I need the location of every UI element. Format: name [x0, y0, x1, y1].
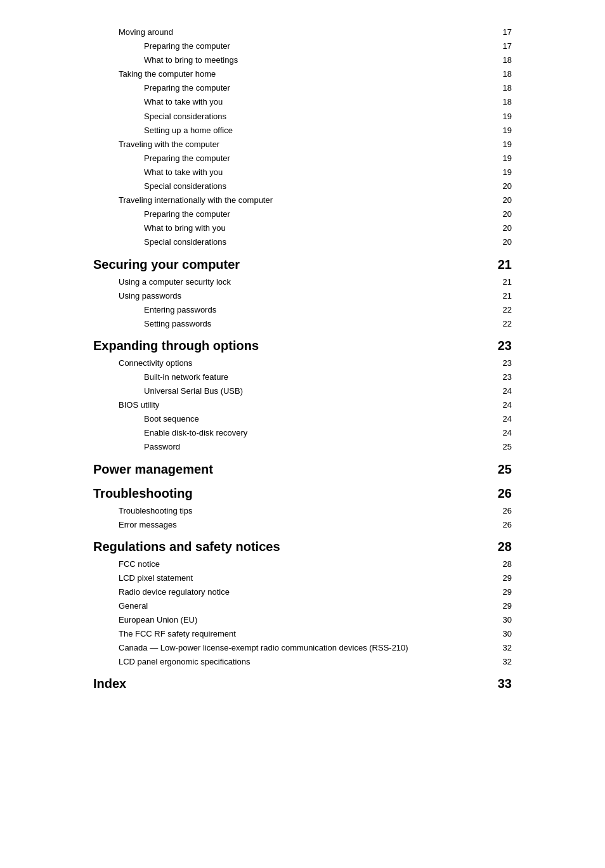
toc-label: Regulations and safety notices [93, 537, 493, 556]
page-number: 29 [493, 585, 512, 599]
toc-label: Power management [93, 460, 493, 479]
page-number: 26 [493, 504, 512, 518]
page-number: 29 [493, 599, 512, 613]
page-number: 21 [493, 275, 512, 289]
toc-label: What to bring with you [144, 221, 493, 235]
toc-row: Using a computer security lock21 [93, 275, 512, 289]
page-number: 21 [493, 255, 512, 274]
toc-row: Setting up a home office19 [93, 124, 512, 138]
page-number: 22 [493, 317, 512, 331]
toc-row: LCD pixel statement29 [93, 571, 512, 585]
page-number: 20 [493, 235, 512, 249]
page-number: 28 [493, 537, 512, 556]
toc-row: Setting passwords22 [93, 317, 512, 331]
toc-label: LCD panel ergonomic specifications [119, 655, 493, 669]
page-number: 29 [493, 571, 512, 585]
toc-label: Special considerations [144, 110, 493, 124]
toc-row: Special considerations20 [93, 235, 512, 249]
toc-row: Special considerations19 [93, 110, 512, 124]
toc-row: FCC notice28 [93, 557, 512, 571]
toc-row: Securing your computer21 [93, 255, 512, 274]
page-number: 19 [493, 165, 512, 179]
page-number: 30 [493, 627, 512, 641]
page-number: 26 [493, 518, 512, 532]
page-number: 19 [493, 110, 512, 124]
toc-row: Error messages26 [93, 518, 512, 532]
toc-label: Built-in network feature [144, 370, 493, 384]
toc-label: Taking the computer home [119, 67, 493, 81]
toc-label: Traveling internationally with the compu… [119, 193, 493, 207]
toc-row: Troubleshooting tips26 [93, 504, 512, 518]
toc-label: The FCC RF safety requirement [119, 627, 493, 641]
toc-row: The FCC RF safety requirement30 [93, 627, 512, 641]
toc-row: Preparing the computer17 [93, 39, 512, 53]
toc-label: Using passwords [119, 289, 493, 303]
toc-row: Index33 [93, 674, 512, 693]
toc-row: European Union (EU)30 [93, 613, 512, 627]
page-number: 17 [493, 39, 512, 53]
page-number: 20 [493, 193, 512, 207]
toc-label: Preparing the computer [144, 207, 493, 221]
page-number: 24 [493, 384, 512, 398]
toc-label: Preparing the computer [144, 152, 493, 165]
page-number: 20 [493, 179, 512, 193]
toc-label: Setting up a home office [144, 124, 493, 138]
page-number: 22 [493, 303, 512, 317]
toc-label: What to take with you [144, 95, 493, 109]
toc-row: What to take with you19 [93, 165, 512, 179]
page-number: 25 [493, 460, 512, 479]
page-number: 28 [493, 557, 512, 571]
toc-label: Universal Serial Bus (USB) [144, 384, 493, 398]
toc-label: Password [144, 440, 493, 454]
toc-label: Enable disk-to-disk recovery [144, 426, 493, 440]
toc-row: Traveling internationally with the compu… [93, 193, 512, 207]
toc-label: FCC notice [119, 557, 493, 571]
toc-row: Using passwords21 [93, 289, 512, 303]
page-number: 18 [493, 95, 512, 109]
toc-label: Special considerations [144, 235, 493, 249]
toc-row: Canada — Low-power license-exempt radio … [93, 641, 512, 655]
page-number: 23 [493, 336, 512, 355]
toc-label: Traveling with the computer [119, 138, 493, 152]
page-number: 20 [493, 221, 512, 235]
page-number: 17 [493, 25, 512, 39]
toc-row: Moving around17 [93, 25, 512, 39]
toc-label: Using a computer security lock [119, 275, 493, 289]
toc-row: Preparing the computer18 [93, 81, 512, 95]
toc-row: Radio device regulatory notice29 [93, 585, 512, 599]
toc-label: Securing your computer [93, 255, 493, 274]
toc-label: Preparing the computer [144, 39, 493, 53]
toc-label: Troubleshooting [93, 484, 493, 503]
toc-label: Radio device regulatory notice [119, 585, 493, 599]
toc-label: Error messages [119, 518, 493, 532]
page-number: 18 [493, 81, 512, 95]
page-number: 19 [493, 152, 512, 165]
toc-label: Preparing the computer [144, 81, 493, 95]
toc-row: Preparing the computer19 [93, 152, 512, 165]
toc-label: What to take with you [144, 165, 493, 179]
toc-label: BIOS utility [119, 398, 493, 412]
page-number: 18 [493, 53, 512, 67]
toc-row: Power management25 [93, 460, 512, 479]
toc-label: European Union (EU) [119, 613, 493, 627]
page-number: 24 [493, 426, 512, 440]
toc-label: LCD pixel statement [119, 571, 493, 585]
page-number: 18 [493, 67, 512, 81]
page-number: 26 [493, 484, 512, 503]
toc-row: Preparing the computer20 [93, 207, 512, 221]
page-number: 19 [493, 124, 512, 138]
toc-row: Entering passwords22 [93, 303, 512, 317]
page-number: 23 [493, 370, 512, 384]
toc-row: Enable disk-to-disk recovery24 [93, 426, 512, 440]
page-number: 33 [493, 674, 512, 693]
page-number: 20 [493, 207, 512, 221]
toc-label: Boot sequence [144, 412, 493, 426]
page-number: 25 [493, 440, 512, 454]
toc-label: Expanding through options [93, 336, 493, 355]
toc-label: Setting passwords [144, 317, 493, 331]
page-number: 32 [493, 641, 512, 655]
toc-label: Connectivity options [119, 356, 493, 370]
toc-label: What to bring to meetings [144, 53, 493, 67]
page-number: 24 [493, 398, 512, 412]
toc-row: LCD panel ergonomic specifications32 [93, 655, 512, 669]
